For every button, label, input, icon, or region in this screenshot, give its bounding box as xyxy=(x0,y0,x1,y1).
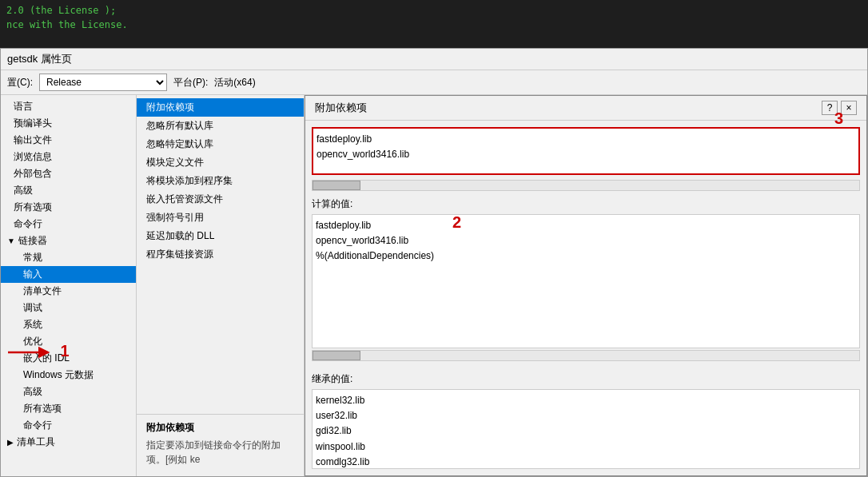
computed-label: 计算的值: xyxy=(312,196,860,213)
dialog: 附加依赖项 ? × fastdeploy.lib opencv_world341… xyxy=(305,95,867,476)
computed-box: fastdeploy.lib opencv_world3416.lib %(Ad… xyxy=(312,214,860,348)
sidebar-item-debug[interactable]: 调试 xyxy=(1,300,136,316)
computed-line-2: opencv_world3416.lib xyxy=(316,233,856,248)
linker-arrow: ▼ xyxy=(7,237,15,245)
inherited-box: kernel32.lib user32.lib gdi32.lib winspo… xyxy=(312,389,860,469)
right-panel: 附加依赖项 ? × fastdeploy.lib opencv_world341… xyxy=(305,95,867,476)
horizontal-scrollbar-2[interactable] xyxy=(312,350,860,361)
sidebar-item-alloptions2[interactable]: 所有选项 xyxy=(1,400,136,417)
dialog-close-btn[interactable]: × xyxy=(841,101,857,115)
linker-label: 链接器 xyxy=(18,234,47,248)
sidebar-item-optimize[interactable]: 优化 xyxy=(1,333,136,350)
properties-header: getsdk 属性页 xyxy=(1,49,867,70)
sidebar-item-browse[interactable]: 浏览信息 xyxy=(1,149,136,165)
middle-item-module-def[interactable]: 模块定义文件 xyxy=(137,153,304,172)
sidebar-item-precompile[interactable]: 预编译头 xyxy=(1,115,136,132)
dialog-content: fastdeploy.lib opencv_world3416.lib 计算的值… xyxy=(305,121,866,475)
inherited-line-4: winspool.lib xyxy=(316,439,856,455)
dialog-help-btn[interactable]: ? xyxy=(822,101,838,115)
computed-line-1: fastdeploy.lib xyxy=(316,218,856,233)
config-select[interactable]: Release xyxy=(39,74,167,91)
left-sidebar: 语言 预编译头 输出文件 浏览信息 外部包含 高级 所有选项 命令行 ▼ 链接器… xyxy=(1,95,137,476)
inherited-line-1: kernel32.lib xyxy=(316,393,856,408)
properties-body: 语言 预编译头 输出文件 浏览信息 外部包含 高级 所有选项 命令行 ▼ 链接器… xyxy=(1,95,867,476)
code-line-2: nce with the License. xyxy=(6,18,862,32)
middle-desc-title: 附加依赖项 xyxy=(146,421,294,435)
sidebar-item-external[interactable]: 外部包含 xyxy=(1,165,136,182)
inherited-label: 继承的值: xyxy=(312,371,860,388)
middle-item-additional-deps[interactable]: 附加依赖项 xyxy=(137,98,304,117)
middle-description: 附加依赖项 指定要添加到链接命令行的附加项。[例如 ke xyxy=(137,414,304,473)
config-label: 置(C): xyxy=(7,76,33,89)
properties-title: getsdk 属性页 xyxy=(7,53,72,65)
sidebar-item-general[interactable]: 常规 xyxy=(1,249,136,266)
sidebar-item-cmdline1[interactable]: 命令行 xyxy=(1,216,136,233)
main-container: 2.0 (the License ); nce with the License… xyxy=(0,0,868,477)
manifest-label: 清单工具 xyxy=(17,435,55,449)
properties-window: getsdk 属性页 置(C): Release 平台(P): 活动(x64) … xyxy=(0,48,868,477)
inherited-line-5: comdlg32.lib xyxy=(316,455,856,469)
inherited-line-3: gdi32.lib xyxy=(316,423,856,439)
dep-input-box[interactable]: fastdeploy.lib opencv_world3416.lib xyxy=(312,127,860,175)
middle-item-ignore-all[interactable]: 忽略所有默认库 xyxy=(137,117,304,135)
computed-line-3: %(AdditionalDependencies) xyxy=(316,248,856,264)
sidebar-item-winmeta[interactable]: Windows 元数据 xyxy=(1,367,136,384)
manifest-arrow: ▶ xyxy=(7,438,14,447)
sidebar-item-manifest[interactable]: 清单文件 xyxy=(1,283,136,300)
code-editor: 2.0 (the License ); nce with the License… xyxy=(0,0,868,48)
middle-item-add-to-assembly[interactable]: 将模块添加到程序集 xyxy=(137,172,304,190)
sidebar-item-input[interactable]: 输入 xyxy=(1,266,136,283)
middle-panel: 附加依赖项 忽略所有默认库 忽略特定默认库 模块定义文件 将模块添加到程序集 嵌… xyxy=(137,95,305,476)
properties-toolbar: 置(C): Release 平台(P): 活动(x64) xyxy=(1,70,867,95)
dialog-titlebar: 附加依赖项 ? × xyxy=(305,96,866,121)
sidebar-item-cmdline2[interactable]: 命令行 xyxy=(1,417,136,434)
middle-desc-text: 指定要添加到链接命令行的附加项。[例如 ke xyxy=(146,438,294,467)
middle-item-delay-load[interactable]: 延迟加载的 DLL xyxy=(137,227,304,245)
dep-input-line-1: fastdeploy.lib xyxy=(317,132,855,147)
dialog-controls: ? × xyxy=(822,101,857,115)
middle-item-ignore-specific[interactable]: 忽略特定默认库 xyxy=(137,135,304,153)
dialog-title: 附加依赖项 xyxy=(315,101,367,115)
horizontal-scrollbar[interactable] xyxy=(312,180,860,191)
sidebar-item-advanced1[interactable]: 高级 xyxy=(1,182,136,199)
sidebar-item-system[interactable]: 系统 xyxy=(1,316,136,333)
middle-items-list: 附加依赖项 忽略所有默认库 忽略特定默认库 模块定义文件 将模块添加到程序集 嵌… xyxy=(137,98,304,411)
sidebar-item-output[interactable]: 输出文件 xyxy=(1,132,136,149)
dep-input-line-2: opencv_world3416.lib xyxy=(317,147,855,162)
scrollbar-thumb-2[interactable] xyxy=(313,351,360,360)
sidebar-item-alloptions1[interactable]: 所有选项 xyxy=(1,199,136,216)
sidebar-category-manifest[interactable]: ▶ 清单工具 xyxy=(1,434,136,451)
sidebar-item-idl[interactable]: 嵌入的 IDL xyxy=(1,350,136,367)
middle-item-assembly-link[interactable]: 程序集链接资源 xyxy=(137,245,304,264)
sidebar-category-linker[interactable]: ▼ 链接器 xyxy=(1,233,136,249)
inherited-line-2: user32.lib xyxy=(316,408,856,423)
scrollbar-thumb[interactable] xyxy=(313,181,360,190)
middle-item-force-sym[interactable]: 强制符号引用 xyxy=(137,209,304,227)
sidebar-item-advanced2[interactable]: 高级 xyxy=(1,384,136,400)
code-line-1: 2.0 (the License ); xyxy=(6,3,862,18)
middle-item-embed-managed[interactable]: 嵌入托管资源文件 xyxy=(137,190,304,209)
platform-label: 平台(P): xyxy=(173,76,208,89)
platform-value: 活动(x64) xyxy=(214,76,255,89)
sidebar-item-language[interactable]: 语言 xyxy=(1,98,136,115)
